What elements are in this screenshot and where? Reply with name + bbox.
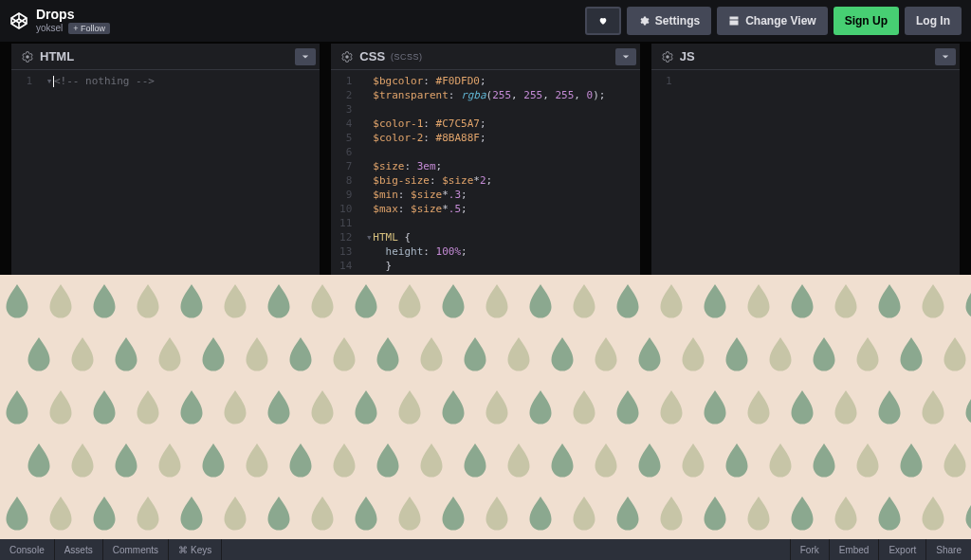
meta-row: yoksel + Follow [36,23,110,34]
settings-label: Settings [655,14,700,27]
svg-rect-3 [730,17,739,20]
command-icon: ⌘ [178,545,188,555]
svg-rect-4 [730,21,739,26]
panel-html: HTML 1 ▾<!-- nothing --> [11,44,320,275]
drops-pattern [0,275,971,539]
footer-fork[interactable]: Fork [790,539,829,560]
chevron-down-icon [302,53,309,61]
panel-title-css: CSS [359,49,385,63]
footer: ConsoleAssetsComments ⌘Keys ForkEmbedExp… [0,539,971,560]
footer-export[interactable]: Export [878,539,925,560]
panel-head-html: HTML [11,44,320,70]
layout-icon [728,15,740,27]
author-link[interactable]: yoksel [36,23,63,33]
panel-menu-js[interactable] [935,48,956,65]
gear-icon [638,15,650,27]
follow-button[interactable]: + Follow [68,23,110,34]
pen-title: Drops [36,8,110,22]
editor-js[interactable]: 1 [651,70,960,275]
preview-pane [0,275,971,539]
code-css[interactable]: $bgcolor: #F0DFD0; $transparent: rgba(25… [359,70,639,275]
svg-point-6 [346,55,350,59]
footer-comments[interactable]: Comments [103,539,169,560]
svg-point-7 [666,55,669,59]
svg-point-5 [26,55,29,59]
gear-icon[interactable] [661,50,674,63]
code-html[interactable]: ▾<!-- nothing --> [40,70,320,275]
settings-button[interactable]: Settings [627,7,711,35]
chevron-down-icon [622,53,630,61]
footer-console[interactable]: Console [0,539,55,560]
editor-html[interactable]: 1 ▾<!-- nothing --> [11,70,320,275]
panel-js: JS 1 [651,44,960,275]
panel-sub-css: (SCSS) [391,52,423,62]
editor-css[interactable]: 123456789101112131415 $bgcolor: #F0DFD0;… [331,70,639,275]
gutter-js: 1 [651,70,680,275]
editor-row: HTML 1 ▾<!-- nothing --> CSS (SCSS) [0,42,971,275]
panel-head-js: JS [651,44,960,70]
panel-menu-css[interactable] [615,48,636,65]
code-js[interactable] [680,70,960,275]
codepen-logo-icon [9,11,28,30]
panel-css: CSS (SCSS) 123456789101112131415 $bgcolo… [331,44,639,275]
footer-share[interactable]: Share [925,539,971,560]
login-button[interactable]: Log In [905,7,962,35]
chevron-down-icon [942,53,949,61]
gear-icon[interactable] [21,50,34,63]
love-button[interactable] [585,7,621,35]
footer-keys[interactable]: ⌘Keys [169,539,222,560]
panel-title-js: JS [680,49,695,63]
gutter-html: 1 [11,70,40,275]
panel-menu-html[interactable] [295,48,316,65]
title-block: Drops yoksel + Follow [36,8,110,33]
gear-icon[interactable] [340,50,354,63]
panel-head-css: CSS (SCSS) [331,44,639,70]
footer-assets[interactable]: Assets [55,539,103,560]
gutter-css: 123456789101112131415 [331,70,359,275]
header: Drops yoksel + Follow Settings Change Vi… [0,0,971,42]
signup-button[interactable]: Sign Up [834,7,899,35]
footer-embed[interactable]: Embed [829,539,879,560]
change-view-button[interactable]: Change View [717,7,827,35]
panel-title-html: HTML [40,49,74,63]
change-view-label: Change View [745,14,815,27]
heart-icon [598,15,608,27]
